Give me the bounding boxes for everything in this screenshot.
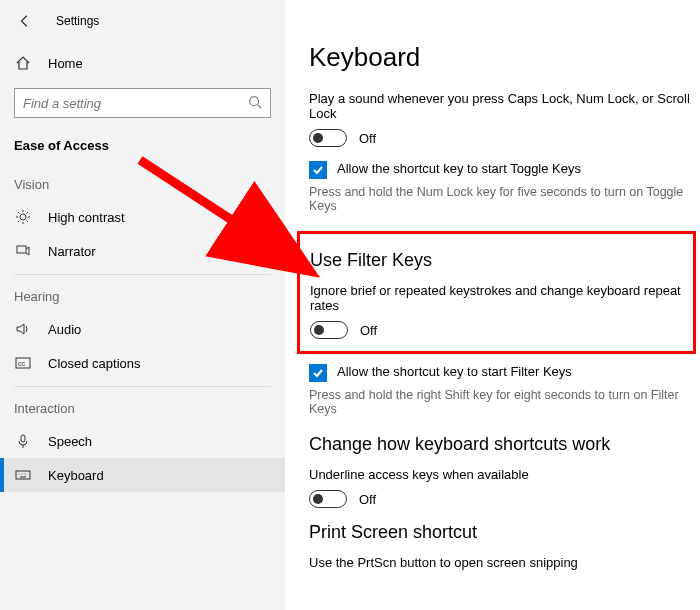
nav-label: Keyboard xyxy=(48,468,104,483)
nav-label: Audio xyxy=(48,322,81,337)
page-title: Keyboard xyxy=(309,42,700,73)
svg-point-19 xyxy=(25,474,26,475)
toggle-keys-help: Press and hold the Num Lock key for five… xyxy=(309,185,689,213)
filter-keys-highlight: Use Filter Keys Ignore brief or repeated… xyxy=(297,231,696,354)
nav-label: Closed captions xyxy=(48,356,141,371)
nav-label: High contrast xyxy=(48,210,125,225)
underline-label: Underline access keys when available xyxy=(309,467,699,482)
svg-rect-11 xyxy=(17,246,26,253)
svg-point-0 xyxy=(250,96,259,105)
svg-line-1 xyxy=(258,104,262,108)
sidebar-item-audio[interactable]: Audio xyxy=(0,312,285,346)
keyboard-icon xyxy=(14,466,32,484)
nav-label: Speech xyxy=(48,434,92,449)
audio-icon xyxy=(14,320,32,338)
toggle-state: Off xyxy=(360,323,377,338)
shortcuts-heading: Change how keyboard shortcuts work xyxy=(309,434,700,455)
svg-point-18 xyxy=(22,474,23,475)
underline-toggle[interactable] xyxy=(309,490,347,508)
filter-keys-desc: Ignore brief or repeated keystrokes and … xyxy=(310,283,683,313)
svg-line-8 xyxy=(27,221,29,223)
caps-sound-toggle[interactable] xyxy=(309,129,347,147)
sidebar-item-home[interactable]: Home xyxy=(0,46,285,80)
filter-keys-checkbox[interactable] xyxy=(309,364,327,382)
home-label: Home xyxy=(48,56,83,71)
svg-line-7 xyxy=(18,212,20,214)
check-icon xyxy=(312,164,324,176)
check-icon xyxy=(312,367,324,379)
group-hearing: Hearing xyxy=(0,279,285,312)
group-vision: Vision xyxy=(0,167,285,200)
mic-icon xyxy=(14,432,32,450)
section-header: Ease of Access xyxy=(0,132,285,167)
divider xyxy=(14,386,271,387)
svg-text:cc: cc xyxy=(18,360,26,367)
app-title: Settings xyxy=(56,14,99,28)
sidebar-item-speech[interactable]: Speech xyxy=(0,424,285,458)
nav-label: Narrator xyxy=(48,244,96,259)
back-button[interactable] xyxy=(16,12,34,30)
svg-line-9 xyxy=(18,221,20,223)
search-box[interactable] xyxy=(14,88,271,118)
titlebar: Settings xyxy=(0,12,285,46)
sidebar-item-closed-captions[interactable]: cc Closed captions xyxy=(0,346,285,380)
svg-rect-14 xyxy=(21,435,25,442)
sidebar-item-high-contrast[interactable]: High contrast xyxy=(0,200,285,234)
narrator-icon xyxy=(14,242,32,260)
filter-keys-help: Press and hold the right Shift key for e… xyxy=(309,388,689,416)
svg-rect-15 xyxy=(16,471,30,479)
printscreen-label: Use the PrtScn button to open screen sni… xyxy=(309,555,699,570)
toggle-keys-label: Allow the shortcut key to start Toggle K… xyxy=(337,161,581,176)
home-icon xyxy=(14,54,32,72)
printscreen-heading: Print Screen shortcut xyxy=(309,522,700,543)
main-content: Keyboard Play a sound whenever you press… xyxy=(285,0,700,578)
svg-line-10 xyxy=(27,212,29,214)
brightness-icon xyxy=(14,208,32,226)
svg-point-2 xyxy=(20,214,26,220)
caps-sound-label: Play a sound whenever you press Caps Loc… xyxy=(309,91,699,121)
search-icon xyxy=(248,95,262,112)
sidebar-item-keyboard[interactable]: Keyboard xyxy=(0,458,285,492)
filter-keys-heading: Use Filter Keys xyxy=(310,250,683,271)
svg-point-17 xyxy=(19,474,20,475)
toggle-state: Off xyxy=(359,131,376,146)
group-interaction: Interaction xyxy=(0,391,285,424)
toggle-state: Off xyxy=(359,492,376,507)
toggle-keys-checkbox[interactable] xyxy=(309,161,327,179)
search-input[interactable] xyxy=(23,96,248,111)
cc-icon: cc xyxy=(14,354,32,372)
sidebar: Settings Home Ease of Access Vision High… xyxy=(0,0,285,610)
filter-keys-toggle[interactable] xyxy=(310,321,348,339)
sidebar-item-narrator[interactable]: Narrator xyxy=(0,234,285,268)
divider xyxy=(14,274,271,275)
filter-keys-checkbox-label: Allow the shortcut key to start Filter K… xyxy=(337,364,572,379)
